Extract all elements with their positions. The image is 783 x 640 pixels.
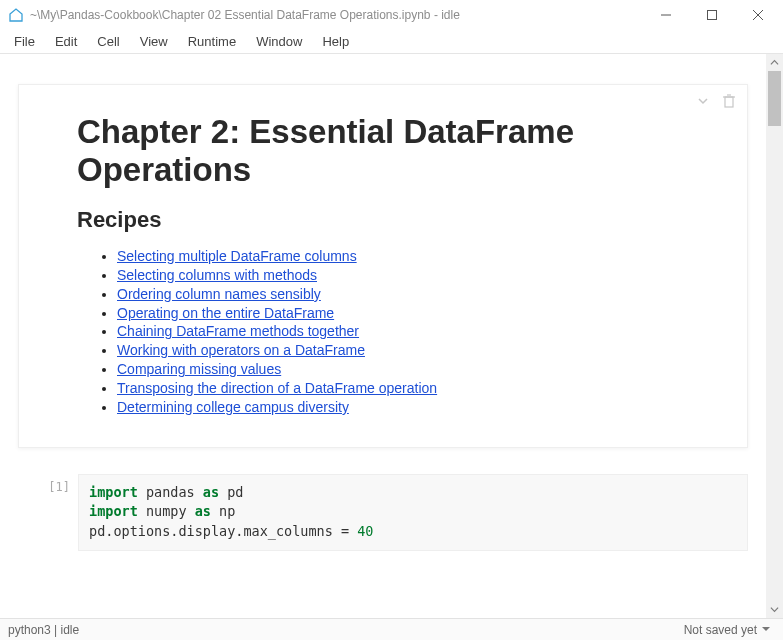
- list-item: Ordering column names sensibly: [117, 285, 689, 304]
- list-item: Transposing the direction of a DataFrame…: [117, 379, 689, 398]
- notebook: Chapter 2: Essential DataFrame Operation…: [0, 54, 766, 618]
- window-title: ~\My\Pandas-Cookbook\Chapter 02 Essentia…: [30, 8, 643, 22]
- status-kernel[interactable]: python3 | idle: [8, 623, 79, 637]
- code-keyword: import: [89, 484, 138, 500]
- code-text: pd.options.display.max_columns =: [89, 523, 357, 539]
- list-item: Comparing missing values: [117, 360, 689, 379]
- recipes-heading: Recipes: [77, 207, 689, 233]
- status-more-icon[interactable]: [757, 623, 775, 637]
- code-text: numpy: [138, 503, 195, 519]
- section-heading: Selecting multiple DataFrame columns: [76, 591, 748, 618]
- recipe-link[interactable]: Selecting columns with methods: [117, 267, 317, 283]
- chapter-title: Chapter 2: Essential DataFrame Operation…: [77, 113, 689, 189]
- code-keyword: as: [195, 503, 211, 519]
- scroll-up-icon[interactable]: [766, 54, 783, 71]
- code-cell-prompt: [1]: [18, 474, 78, 494]
- recipe-link[interactable]: Selecting multiple DataFrame columns: [117, 248, 357, 264]
- markdown-cell-intro[interactable]: Chapter 2: Essential DataFrame Operation…: [18, 84, 748, 448]
- menu-edit[interactable]: Edit: [45, 32, 87, 51]
- maximize-button[interactable]: [689, 0, 735, 30]
- svg-rect-4: [725, 97, 733, 107]
- title-bar: ~\My\Pandas-Cookbook\Chapter 02 Essentia…: [0, 0, 783, 30]
- list-item: Selecting multiple DataFrame columns: [117, 247, 689, 266]
- code-text: pandas: [138, 484, 203, 500]
- menu-cell[interactable]: Cell: [87, 32, 129, 51]
- menu-view[interactable]: View: [130, 32, 178, 51]
- status-save: Not saved yet: [684, 623, 757, 637]
- window-controls: [643, 0, 781, 30]
- list-item: Chaining DataFrame methods together: [117, 322, 689, 341]
- code-text: pd: [219, 484, 243, 500]
- app-icon: [8, 7, 24, 23]
- code-cell-1[interactable]: [1] import pandas as pd import numpy as …: [18, 474, 748, 551]
- code-keyword: import: [89, 503, 138, 519]
- code-number: 40: [357, 523, 373, 539]
- scrollbar-thumb[interactable]: [768, 71, 781, 126]
- menu-help[interactable]: Help: [312, 32, 359, 51]
- recipe-list: Selecting multiple DataFrame columns Sel…: [77, 247, 689, 417]
- recipe-link[interactable]: Chaining DataFrame methods together: [117, 323, 359, 339]
- menu-file[interactable]: File: [4, 32, 45, 51]
- minimize-button[interactable]: [643, 0, 689, 30]
- content-area: Chapter 2: Essential DataFrame Operation…: [0, 54, 783, 618]
- recipe-link[interactable]: Ordering column names sensibly: [117, 286, 321, 302]
- status-bar: python3 | idle Not saved yet: [0, 618, 783, 640]
- list-item: Operating on the entire DataFrame: [117, 304, 689, 323]
- vertical-scrollbar[interactable]: [766, 54, 783, 618]
- recipe-link[interactable]: Comparing missing values: [117, 361, 281, 377]
- code-keyword: as: [203, 484, 219, 500]
- code-text: np: [211, 503, 235, 519]
- scroll-down-icon[interactable]: [766, 601, 783, 618]
- cell-toolbar: [695, 93, 737, 109]
- close-button[interactable]: [735, 0, 781, 30]
- collapse-icon[interactable]: [695, 93, 711, 109]
- list-item: Working with operators on a DataFrame: [117, 341, 689, 360]
- recipe-link[interactable]: Determining college campus diversity: [117, 399, 349, 415]
- recipe-link[interactable]: Operating on the entire DataFrame: [117, 305, 334, 321]
- svg-rect-1: [708, 11, 717, 20]
- menu-window[interactable]: Window: [246, 32, 312, 51]
- list-item: Determining college campus diversity: [117, 398, 689, 417]
- code-cell-body[interactable]: import pandas as pd import numpy as np p…: [78, 474, 748, 551]
- recipe-link[interactable]: Transposing the direction of a DataFrame…: [117, 380, 437, 396]
- list-item: Selecting columns with methods: [117, 266, 689, 285]
- delete-cell-icon[interactable]: [721, 93, 737, 109]
- menu-bar: File Edit Cell View Runtime Window Help: [0, 30, 783, 54]
- recipe-link[interactable]: Working with operators on a DataFrame: [117, 342, 365, 358]
- menu-runtime[interactable]: Runtime: [178, 32, 246, 51]
